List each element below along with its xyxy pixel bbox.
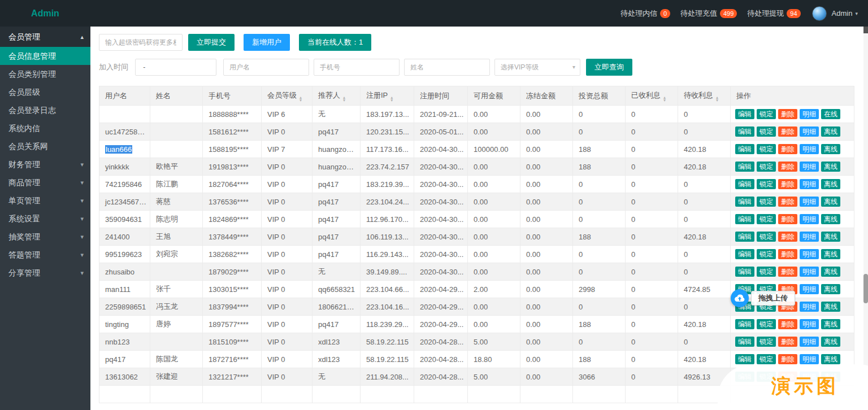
detail-button[interactable]: 明细 <box>800 302 819 312</box>
drag-upload-widget[interactable]: 拖拽上传 <box>731 289 795 307</box>
upload-button[interactable] <box>731 289 749 307</box>
detail-button[interactable]: 明细 <box>800 109 819 119</box>
detail-button[interactable]: 明细 <box>800 232 819 242</box>
status-button[interactable]: 离线 <box>821 197 840 207</box>
status-button[interactable]: 离线 <box>821 302 840 312</box>
sidebar-item[interactable]: 分享管理▾ <box>0 264 90 282</box>
sidebar-item[interactable]: 抽奖管理▾ <box>0 228 90 246</box>
phone-input[interactable] <box>314 59 400 76</box>
lock-button[interactable]: 锁定 <box>757 267 776 277</box>
delete-button[interactable]: 删除 <box>778 319 797 329</box>
scrollbar[interactable] <box>863 27 868 410</box>
status-button[interactable]: 离线 <box>821 127 840 137</box>
edit-button[interactable]: 编辑 <box>735 197 754 207</box>
detail-button[interactable]: 明细 <box>800 337 819 347</box>
sort-icon[interactable]: ▴▾ <box>343 96 345 102</box>
lock-button[interactable]: 锁定 <box>757 319 776 329</box>
sidebar-item[interactable]: 会员层级 <box>0 83 90 101</box>
edit-button[interactable]: 编辑 <box>735 337 754 347</box>
lock-button[interactable]: 锁定 <box>757 232 776 242</box>
sidebar-item[interactable]: 单页管理▾ <box>0 191 90 210</box>
submit-button[interactable]: 立即提交 <box>188 34 235 51</box>
status-button[interactable]: 离线 <box>821 319 840 329</box>
edit-button[interactable]: 编辑 <box>735 144 754 154</box>
edit-button[interactable]: 编辑 <box>735 354 754 364</box>
super-password-input[interactable] <box>99 34 183 51</box>
status-button[interactable]: 离线 <box>821 232 840 242</box>
edit-button[interactable]: 编辑 <box>735 319 754 329</box>
sidebar-item[interactable]: 会员登录日志 <box>0 101 90 119</box>
user-menu[interactable]: Admin ▾ <box>832 9 858 18</box>
status-button[interactable]: 离线 <box>821 179 840 189</box>
detail-button[interactable]: 明细 <box>800 127 819 137</box>
delete-button[interactable]: 删除 <box>778 354 797 364</box>
avatar[interactable] <box>812 6 827 21</box>
sidebar-item[interactable]: 会员类别管理 <box>0 65 90 83</box>
scrollbar-thumb[interactable] <box>863 274 868 303</box>
sort-icon[interactable]: ▴▾ <box>663 96 666 102</box>
edit-button[interactable]: 编辑 <box>735 179 754 189</box>
detail-button[interactable]: 明细 <box>800 284 819 294</box>
pending-item[interactable]: 待处理内信0 <box>620 8 670 19</box>
status-button[interactable]: 离线 <box>821 144 840 154</box>
detail-button[interactable]: 明细 <box>800 319 819 329</box>
add-user-button[interactable]: 新增用户 <box>244 34 290 51</box>
join-time-input[interactable] <box>135 59 216 76</box>
delete-button[interactable]: 删除 <box>778 144 797 154</box>
edit-button[interactable]: 编辑 <box>735 267 754 277</box>
delete-button[interactable]: 删除 <box>778 109 797 119</box>
lock-button[interactable]: 锁定 <box>757 109 776 119</box>
delete-button[interactable]: 删除 <box>778 232 797 242</box>
sidebar-item[interactable]: 财务管理▾ <box>0 155 90 173</box>
lock-button[interactable]: 锁定 <box>757 144 776 154</box>
lock-button[interactable]: 锁定 <box>757 337 776 347</box>
vip-level-select[interactable]: 选择VIP等级 ▾ <box>494 59 580 76</box>
query-button[interactable]: 立即查询 <box>586 59 632 76</box>
name-input[interactable] <box>404 59 490 76</box>
detail-button[interactable]: 明细 <box>800 249 819 259</box>
detail-button[interactable]: 明细 <box>800 162 819 172</box>
lock-button[interactable]: 锁定 <box>757 162 776 172</box>
delete-button[interactable]: 删除 <box>778 162 797 172</box>
sort-icon[interactable]: ▴▾ <box>716 96 718 102</box>
sidebar-item[interactable]: 系统设置▾ <box>0 210 90 228</box>
sidebar-item[interactable]: 会员关系网 <box>0 137 90 155</box>
sidebar-item[interactable]: 系统内信 <box>0 119 90 137</box>
status-button[interactable]: 离线 <box>821 354 840 364</box>
delete-button[interactable]: 删除 <box>778 179 797 189</box>
sort-icon[interactable]: ▴▾ <box>390 96 393 102</box>
edit-button[interactable]: 编辑 <box>735 162 754 172</box>
status-button[interactable]: 离线 <box>821 267 840 277</box>
detail-button[interactable]: 明细 <box>800 214 819 224</box>
lock-button[interactable]: 锁定 <box>757 197 776 207</box>
edit-button[interactable]: 编辑 <box>735 214 754 224</box>
pending-item[interactable]: 待处理充值499 <box>680 8 737 19</box>
delete-button[interactable]: 删除 <box>778 337 797 347</box>
lock-button[interactable]: 锁定 <box>757 179 776 189</box>
online-count-button[interactable]: 当前在线人数：1 <box>299 34 371 51</box>
delete-button[interactable]: 删除 <box>778 197 797 207</box>
status-button[interactable]: 离线 <box>821 284 840 294</box>
sidebar-item[interactable]: 会员管理▴ <box>0 27 90 47</box>
status-button[interactable]: 离线 <box>821 337 840 347</box>
detail-button[interactable]: 明细 <box>800 354 819 364</box>
edit-button[interactable]: 编辑 <box>735 127 754 137</box>
status-button[interactable]: 离线 <box>821 162 840 172</box>
delete-button[interactable]: 删除 <box>778 127 797 137</box>
sort-icon[interactable]: ▴▾ <box>300 96 302 102</box>
sidebar-item[interactable]: 商品管理▾ <box>0 173 90 191</box>
edit-button[interactable]: 编辑 <box>735 232 754 242</box>
delete-button[interactable]: 删除 <box>778 249 797 259</box>
status-button[interactable]: 离线 <box>821 214 840 224</box>
detail-button[interactable]: 明细 <box>800 179 819 189</box>
edit-button[interactable]: 编辑 <box>735 249 754 259</box>
sidebar-item[interactable]: 答题管理▾ <box>0 246 90 264</box>
pending-item[interactable]: 待处理提现94 <box>747 8 800 19</box>
detail-button[interactable]: 明细 <box>800 267 819 277</box>
scrollbar-top-arrow[interactable] <box>863 27 868 33</box>
status-button[interactable]: 离线 <box>821 249 840 259</box>
edit-button[interactable]: 编辑 <box>735 109 754 119</box>
sidebar-item[interactable]: 会员信息管理 <box>0 47 90 65</box>
lock-button[interactable]: 锁定 <box>757 127 776 137</box>
status-button[interactable]: 在线 <box>821 109 840 119</box>
